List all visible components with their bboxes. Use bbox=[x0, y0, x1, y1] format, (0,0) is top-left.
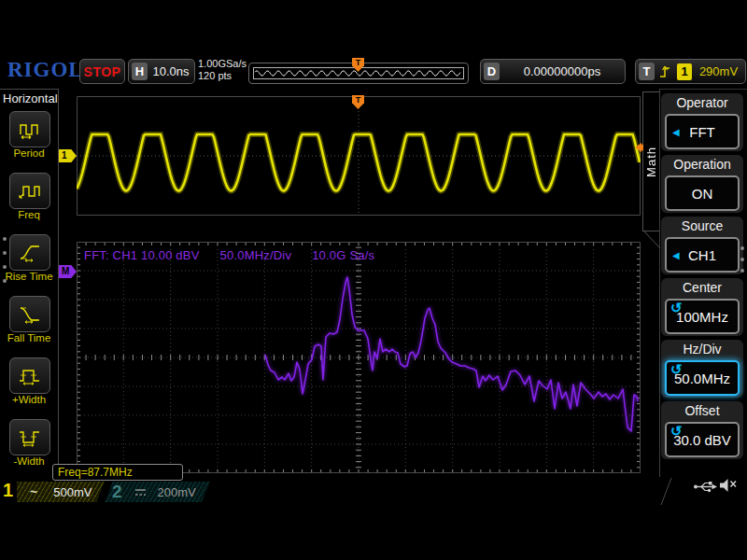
operation-label: Operation bbox=[661, 155, 743, 174]
left-measure-menu: Horizontal Period Freq bbox=[0, 89, 59, 477]
pwidth-label: +Width bbox=[0, 394, 58, 405]
math-menu-tab[interactable]: Math bbox=[642, 91, 659, 231]
right-scroll-dot bbox=[740, 246, 744, 250]
fft-hz-per-div: 50.0MHz/Div bbox=[220, 248, 292, 262]
measure-item-period: Period bbox=[0, 111, 58, 163]
freq-measurement-readout: Freq=87.7MHz bbox=[52, 464, 183, 481]
delay-value: 0.00000000ps bbox=[500, 64, 625, 78]
ch1-number: 1 bbox=[3, 480, 13, 501]
measure-item-fall-time: Fall Time bbox=[0, 296, 58, 348]
timebase-readout: H 10.0ns bbox=[128, 59, 195, 84]
ch2-number: 2 bbox=[112, 482, 122, 502]
rigol-logo: RIGOL bbox=[7, 58, 84, 82]
measure-item-freq: Freq bbox=[0, 173, 58, 225]
fall-time-icon bbox=[19, 305, 41, 324]
source-label: Source bbox=[661, 217, 743, 235]
freq-icon bbox=[19, 182, 41, 201]
trigger-badge: T bbox=[639, 63, 655, 80]
dc-coupling-icon bbox=[134, 488, 147, 497]
right-scroll-dot bbox=[740, 269, 744, 273]
operation-value: ON bbox=[692, 186, 713, 202]
center-button[interactable]: ↺ 100MHz bbox=[665, 299, 740, 334]
rotate-knob-icon: ↺ bbox=[670, 361, 683, 378]
fft-sample-rate: 10.0G Sa/s bbox=[312, 248, 374, 262]
rising-edge-slope-icon bbox=[658, 63, 671, 80]
menu-item-offset: Offset ↺ 30.0 dBV bbox=[661, 401, 743, 459]
run-state-button[interactable]: STOP bbox=[79, 59, 125, 84]
trigger-source-badge: 1 bbox=[677, 63, 692, 80]
rise-time-icon bbox=[19, 244, 41, 262]
oscilloscope-screen: RIGOL STOP H 10.0ns 1.00GSa/s 120 pts T … bbox=[0, 0, 747, 560]
ch2-scale: 200mV bbox=[158, 485, 196, 499]
operator-label: Operator bbox=[661, 93, 743, 112]
usb-icon bbox=[693, 480, 717, 494]
ac-coupling-icon: ~ bbox=[30, 487, 37, 497]
menu-item-operation: Operation ON bbox=[661, 155, 743, 213]
offset-button[interactable]: ↺ 30.0 dBV bbox=[665, 422, 740, 457]
hzdiv-label: Hz/Div bbox=[661, 340, 743, 358]
fft-graticule bbox=[77, 242, 641, 473]
trigger-level-value: 290mV bbox=[692, 64, 745, 78]
sample-rate: 1.00GSa/s bbox=[198, 58, 247, 70]
rise-time-button[interactable] bbox=[9, 234, 50, 271]
fft-settings-readout: FFT: CH1 10.00 dBV50.0MHz/Div10.0G Sa/s bbox=[84, 248, 395, 262]
menu-item-center: Center ↺ 100MHz bbox=[661, 278, 743, 336]
left-scroll-dot bbox=[3, 279, 7, 283]
horizontal-badge: H bbox=[132, 63, 148, 80]
math-position-tag[interactable]: M bbox=[59, 265, 77, 278]
acquisition-readout: 1.00GSa/s 120 pts bbox=[198, 58, 247, 82]
nwidth-label: -Width bbox=[0, 455, 58, 467]
left-menu-title: Horizontal bbox=[0, 90, 58, 105]
fft-source-scale: FFT: CH1 10.00 dBV bbox=[84, 248, 200, 262]
period-button[interactable] bbox=[9, 111, 50, 147]
period-icon bbox=[19, 120, 41, 139]
trigger-readout: T 1 290mV bbox=[635, 59, 746, 84]
pwidth-button[interactable] bbox=[9, 357, 50, 394]
measure-item-rise-time: Rise Time bbox=[0, 234, 58, 287]
offset-label: Offset bbox=[661, 401, 743, 420]
left-scroll-dot bbox=[3, 237, 7, 241]
operator-button[interactable]: ◀ FFT bbox=[665, 114, 740, 149]
nwidth-icon bbox=[19, 428, 41, 447]
source-value: CH1 bbox=[688, 247, 716, 263]
timebase-value: 10.0ns bbox=[148, 64, 194, 78]
freq-button[interactable] bbox=[9, 173, 50, 209]
measure-item-pwidth: +Width bbox=[0, 357, 58, 410]
ch1-status-badge[interactable]: ~ 500mV bbox=[17, 482, 105, 502]
fall-time-button[interactable] bbox=[9, 296, 50, 332]
fall-time-label: Fall Time bbox=[0, 332, 58, 343]
ch1-position-tag[interactable]: 1 bbox=[59, 149, 77, 162]
menu-item-operator: Operator ◀ FFT bbox=[661, 93, 743, 151]
right-scroll-dot bbox=[740, 258, 744, 261]
center-label: Center bbox=[661, 278, 743, 297]
measure-item-nwidth: -Width bbox=[0, 419, 58, 471]
nwidth-button[interactable] bbox=[9, 419, 50, 455]
rotate-knob-icon: ↺ bbox=[670, 423, 683, 440]
math-tab-label: Math bbox=[644, 147, 658, 177]
menu-item-source: Source ◀ CH1 bbox=[661, 217, 743, 274]
period-label: Period bbox=[0, 147, 58, 159]
math-tab-pointer-icon bbox=[638, 144, 643, 151]
hzdiv-value: 50.0MHz bbox=[674, 371, 730, 386]
memory-depth: 120 pts bbox=[198, 70, 247, 82]
menu-item-hzdiv: Hz/Div ↺ 50.0MHz bbox=[661, 340, 743, 398]
hzdiv-button[interactable]: ↺ 50.0MHz bbox=[665, 360, 740, 396]
ch2-status-badge[interactable]: 2 200mV bbox=[105, 482, 210, 502]
source-button[interactable]: ◀ CH1 bbox=[665, 237, 740, 273]
freq-label: Freq bbox=[0, 209, 58, 220]
center-value: 100MHz bbox=[676, 309, 728, 325]
left-scroll-dot bbox=[3, 265, 7, 269]
pwidth-icon bbox=[19, 367, 41, 385]
speaker-muted-icon bbox=[718, 477, 738, 494]
left-scroll-dot bbox=[3, 251, 7, 255]
operation-button[interactable]: ON bbox=[665, 175, 740, 211]
arrow-left-icon: ◀ bbox=[672, 250, 680, 260]
delay-badge: D bbox=[484, 63, 500, 80]
rise-time-label: Rise Time bbox=[0, 271, 58, 282]
arrow-left-icon: ◀ bbox=[672, 127, 680, 137]
ch1-scale: 500mV bbox=[53, 485, 92, 499]
operator-value: FFT bbox=[689, 124, 715, 140]
rotate-knob-icon: ↺ bbox=[670, 300, 683, 316]
delay-readout: D 0.00000000ps bbox=[480, 59, 626, 84]
main-waveform-graticule bbox=[77, 96, 641, 216]
